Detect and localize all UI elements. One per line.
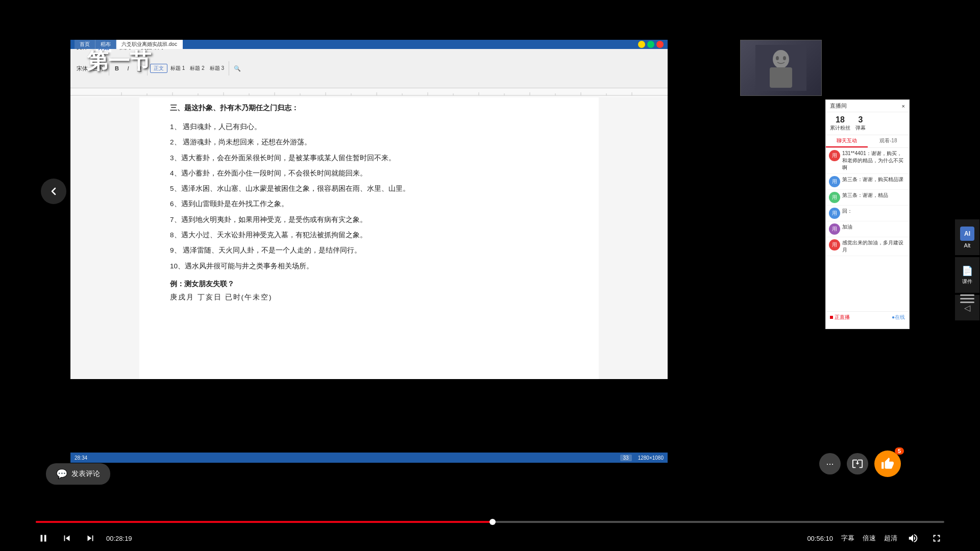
word-statusbar: 28:34 33 1280×1080 (70, 453, 668, 463)
play-pause-button[interactable] (36, 531, 51, 546)
live-dot (830, 316, 833, 319)
page-number-badge: 33 (620, 455, 632, 461)
doc-item-4: 4、遇小蓄卦，在外面小住一段时间，不会很长时间就能回来。 (170, 167, 568, 180)
word-tab-doc[interactable]: 六爻职业离婚实战班.doc (116, 40, 183, 49)
comment-avatar-6: 用 (829, 239, 840, 251)
doc-item-2: 2、 遇游魂卦，尚未想回来，还想在外游荡。 (170, 136, 568, 148)
comment-item-6: 用 感觉出来的加油，多月建设月 (826, 237, 909, 256)
doc-item-3: 3、遇大蓄卦，会在外面呆很长时间，是被某事或某人留住暂时回不来。 (170, 152, 568, 164)
quality-button[interactable]: 超清 (884, 534, 897, 543)
word-titlebar: 首页 稻布 六爻职业离婚实战班.doc (70, 40, 668, 49)
subtitle-button[interactable]: 字幕 (841, 534, 854, 543)
window-controls (638, 41, 664, 48)
hamburger-line-1 (960, 294, 974, 296)
comment-item-2: 用 第三条：谢谢，购买精品课 (826, 174, 909, 190)
speed-button[interactable]: 倍速 (863, 534, 876, 543)
maximize-button[interactable] (647, 41, 654, 48)
ai-button-label: Alt (964, 242, 971, 248)
search-button[interactable]: 🔍 (232, 64, 243, 73)
comment-text-3: 第三条：谢谢，精品 (842, 192, 906, 199)
comments-header: 直播间 × (826, 100, 909, 112)
comment-avatar-4: 用 (829, 208, 840, 219)
progress-thumb[interactable] (489, 519, 496, 525)
comment-icon: 💬 (56, 468, 67, 480)
followers-stat: 18 累计粉丝 (830, 115, 850, 132)
comment-item-1: 用 131**4401：谢谢，购买，和老师的精品，为什么不买啊 (826, 148, 909, 174)
doc-item-5: 5、遇泽水困、水山塞、山水蒙是被困住之象，很容易困在雨、水里、山里。 (170, 183, 568, 195)
cast-button[interactable] (847, 453, 868, 474)
online-label: ●在线 (892, 314, 905, 321)
minimize-button[interactable] (638, 41, 645, 48)
toolbar-icons: 宋体 三号 B I U 正文 标题 1 标题 2 标题 3 🔍 (72, 53, 666, 84)
comment-avatar-2: 用 (829, 176, 840, 187)
tab-viewers[interactable]: 观看-18 (868, 135, 910, 147)
live-label: 正直播 (835, 314, 850, 321)
comments-stats: 18 累计粉丝 3 弹幕 (826, 112, 909, 135)
svg-point-27 (783, 56, 786, 60)
style-normal[interactable]: 正文 (150, 64, 167, 73)
ai-button[interactable]: AI Alt (955, 219, 979, 255)
comment-placeholder: 发表评论 (71, 469, 100, 479)
comment-text-5: 加油 (842, 223, 906, 231)
word-status-text: 28:34 (75, 455, 87, 461)
total-time: 00:56:10 (807, 535, 833, 542)
word-tab-home[interactable]: 首页 (75, 40, 95, 49)
ai-icon: AI (960, 227, 974, 241)
doc-item-1: 1、 遇归魂卦，人已有归心。 (170, 121, 568, 133)
comment-text-6: 感觉出来的加油，多月建设月 (842, 239, 906, 254)
comment-input-area: 💬 发表评论 (46, 463, 110, 485)
controls-row: 00:28:19 00:56:10 字幕 倍速 超清 (0, 531, 980, 546)
style-heading1[interactable]: 标题 1 (168, 64, 187, 73)
comment-text-2: 第三条：谢谢，购买精品课 (842, 176, 906, 183)
fullscreen-button[interactable] (929, 531, 944, 546)
like-count: 5 (895, 447, 904, 455)
comments-header-label: 直播间 (830, 102, 847, 110)
instructor-video (740, 40, 822, 96)
svg-point-24 (773, 50, 789, 68)
comment-avatar-5: 用 (829, 223, 840, 235)
comments-stat: 3 弹幕 (855, 115, 866, 132)
player-controls: 00:28:19 00:56:10 字幕 倍速 超清 (0, 490, 980, 551)
close-button[interactable] (656, 41, 664, 48)
doc-heading: 三、题这扑象、扑有木乃期任之门归志： (170, 104, 568, 113)
controls-right: 00:56:10 字幕 倍速 超清 (807, 531, 944, 546)
doc-item-10: 10、遇水风井很可能与井之类事务相关场所。 (170, 260, 568, 272)
doc-item-6: 6、遇到山雷颐卦是在外找工作之象。 (170, 198, 568, 210)
course-button[interactable]: 📄 课件 (955, 257, 979, 293)
progress-bar[interactable] (36, 521, 944, 523)
comments-tabs: 聊天互动 观看-18 (826, 135, 909, 148)
next-button[interactable] (83, 531, 98, 546)
style-heading3[interactable]: 标题 3 (208, 64, 226, 73)
svg-point-26 (776, 56, 779, 60)
style-heading2[interactable]: 标题 2 (188, 64, 206, 73)
comment-content-5: 加油 (842, 223, 906, 235)
comment-input-button[interactable]: 💬 发表评论 (46, 463, 110, 485)
live-status-bar: 正直播 ●在线 (826, 311, 909, 323)
tab-chat[interactable]: 聊天互动 (826, 135, 868, 147)
course-icon: 📄 (962, 265, 973, 277)
followers-count: 18 (836, 115, 845, 124)
live-indicator: 正直播 (830, 314, 850, 321)
word-ruler (70, 88, 668, 97)
comments-header-close[interactable]: × (902, 103, 905, 109)
word-status-right: 33 1280×1080 (620, 455, 664, 461)
volume-button[interactable] (905, 531, 921, 546)
toolbar-divider-3 (229, 61, 229, 76)
word-tabs: 首页 稻布 六爻职业离婚实战班.doc (75, 40, 183, 49)
comment-content-4: 回： (842, 208, 906, 219)
prev-button[interactable] (59, 531, 75, 546)
followers-label: 累计粉丝 (830, 124, 850, 132)
section-title: 第一节 (87, 47, 151, 76)
comments-count: 3 (859, 115, 863, 124)
comment-content-3: 第三条：谢谢，精品 (842, 192, 906, 203)
more-options-button[interactable]: ··· (819, 453, 841, 474)
zoom-level: 1280×1080 (638, 455, 664, 461)
video-player: 首页 稻布 六爻职业离婚实战班.doc 文件 开始 插入 页面布局 宋体 三号 … (0, 0, 980, 551)
hamburger-menu[interactable] (957, 291, 977, 306)
svg-rect-25 (770, 67, 792, 88)
current-time: 00:28:19 (106, 535, 132, 542)
word-tab-dabu[interactable]: 稻布 (95, 40, 116, 49)
document-page: 三、题这扑象、扑有木乃期任之门归志： 1、 遇归魂卦，人已有归心。 2、 遇游魂… (139, 88, 599, 379)
nav-back-button[interactable] (41, 179, 66, 204)
like-button[interactable]: 5 (874, 450, 901, 477)
